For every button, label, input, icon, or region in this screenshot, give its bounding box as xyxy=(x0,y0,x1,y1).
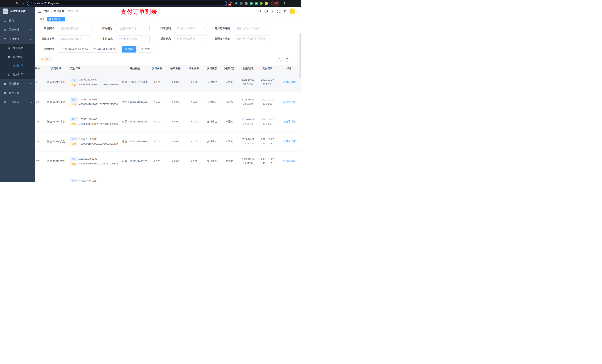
sidebar-item-system[interactable]: ⚙ 系统管理 xyxy=(0,25,35,34)
view-detail-link[interactable]: 查看详情 xyxy=(283,120,296,123)
vue-devtools-icon[interactable]: V xyxy=(249,2,253,5)
search-button[interactable]: 搜索 xyxy=(122,46,136,52)
col-fee: 手续金额 xyxy=(166,65,185,72)
search-icon xyxy=(125,48,127,51)
card-icon: ▤ xyxy=(7,46,11,50)
sidebar-item-payment[interactable]: ¥ 支付管理 xyxy=(0,34,35,44)
sidebar-item-home[interactable]: ◴ 首页 xyxy=(0,16,35,25)
search-icon[interactable] xyxy=(258,10,261,13)
content-header: 首页 / 支付管理 / 支付订单 支付订单列表 ? TT xyxy=(35,7,301,16)
toggle-search-icon[interactable] xyxy=(277,57,282,62)
refund-status-filter-select[interactable]: 请选择退款状态 xyxy=(174,35,208,42)
back-icon[interactable]: ← xyxy=(2,1,7,6)
breadcrumb-payment[interactable]: 支付管理 xyxy=(54,10,64,13)
sidebar-item-refund-order[interactable]: ▥ 退款订单 xyxy=(0,70,35,79)
chevron-down-icon xyxy=(145,27,147,29)
url-text: localhost:1024/pay/order xyxy=(33,2,60,5)
pay-status-filter-label: 支付状态 xyxy=(91,37,116,41)
app-filter-select[interactable]: 请选择应用信息 xyxy=(116,25,150,32)
sidebar-item-merchant-info[interactable]: ▤ 商户信息 xyxy=(0,44,35,52)
table-row: 17 微信 JSAPI 支付 商户1635311468233 支付4200001… xyxy=(35,151,301,171)
hamburger-icon[interactable] xyxy=(38,10,42,13)
reload-icon[interactable]: ↻ xyxy=(14,1,19,6)
app-filter-label: 应用编号 xyxy=(91,27,116,30)
workflow-icon: ≣ xyxy=(3,101,7,104)
extension-droplet-icon[interactable] xyxy=(235,2,238,5)
logo: 芋道管理系统 xyxy=(0,7,35,16)
extensions-cluster: 10 V xyxy=(230,2,268,5)
share-icon[interactable]: ⇧ xyxy=(218,2,220,5)
font-size-icon[interactable]: TT xyxy=(284,10,286,13)
sidebar-item-app-info[interactable]: ▦ 应用信息 xyxy=(0,52,35,62)
refund-status-filter-label: 退款状态 xyxy=(150,37,174,41)
chat-extension-icon[interactable] xyxy=(255,2,258,5)
table-header-row: 编号 支付渠道 支付订单 商品标题 支付金额 手续金额 退款金额 支付状态 回调… xyxy=(35,65,301,72)
merchant-filter-input[interactable] xyxy=(58,25,91,32)
search-icon xyxy=(283,140,285,143)
chevron-down-icon xyxy=(145,37,147,39)
refresh-table-icon[interactable] xyxy=(284,57,290,62)
cell-title: 标题：1635311823086 xyxy=(122,132,148,151)
extension-icon[interactable] xyxy=(245,2,248,5)
merchant-order-no-filter-input[interactable] xyxy=(234,25,269,32)
clock-icon xyxy=(61,48,63,51)
help-icon[interactable]: ? xyxy=(271,10,274,13)
chevron-down-icon[interactable] xyxy=(297,11,298,13)
dashboard-icon: ◴ xyxy=(3,19,7,22)
forward-icon[interactable]: → xyxy=(8,1,13,6)
chevron-down-icon xyxy=(30,29,32,31)
view-detail-link[interactable]: 查看详情 xyxy=(283,140,296,143)
avatar[interactable] xyxy=(290,9,295,14)
chevron-up-icon xyxy=(30,39,32,40)
merchant-order-no-filter-label: 商户订单编号 xyxy=(208,27,234,30)
tab-pay-order[interactable]: 支付订单 × xyxy=(47,17,65,21)
create-time-range-picker[interactable]: 2021-10-01 00:00:00 - 2021-10-31 23:59:5… xyxy=(58,46,119,52)
col-pay-time: 支付时间 xyxy=(258,65,277,72)
channel-code-filter-select[interactable]: 请输入渠道编码 xyxy=(174,25,208,32)
sidebar-item-infrastructure[interactable]: ▣ 基础设施 xyxy=(0,79,35,88)
reset-button[interactable]: 重置 xyxy=(138,46,153,52)
breadcrumb: 首页 / 支付管理 / 支付订单 xyxy=(44,10,78,13)
sidebar-item-pay-order[interactable]: ◎ 支付订单 xyxy=(0,62,35,70)
document-icon: ▥ xyxy=(7,73,11,76)
export-button[interactable]: 导出 xyxy=(39,57,52,62)
col-channel: 支付渠道 xyxy=(46,65,66,72)
home-icon[interactable]: ⌂ xyxy=(21,1,26,6)
sidebar-item-dev-tools[interactable]: ⚒ 研发工具 xyxy=(0,88,35,98)
fullscreen-icon[interactable] xyxy=(277,10,280,13)
extension-icon[interactable] xyxy=(259,2,263,5)
channel-order-no-filter-input[interactable] xyxy=(58,35,91,42)
sidebar-item-workflow[interactable]: ≣ 工作流程 xyxy=(0,98,35,107)
emoji-extension-icon[interactable] xyxy=(265,2,268,5)
extension-icon[interactable] xyxy=(239,2,243,5)
site-info-icon[interactable]: ⓘ xyxy=(30,2,32,5)
sidebar: 芋道管理系统 ◴ 首页 ⚙ 系统管理 ¥ 支付管理 ▤ 商户信息 ▦ 应用信息 xyxy=(0,7,35,182)
cell-pay-order: 商户1635311881440 支付4200001173202110272847… xyxy=(66,112,122,132)
breadcrumb-home[interactable]: 首页 xyxy=(44,10,50,13)
start-date: 2021-10-01 00:00:00 xyxy=(64,48,88,51)
breadcrumb-current: 支付订单 xyxy=(68,10,78,13)
scrollbar[interactable] xyxy=(300,32,301,79)
bookmark-star-icon[interactable]: ☆ xyxy=(222,2,224,5)
tab-home[interactable]: 首页 xyxy=(38,17,46,21)
col-refund: 退款金额 xyxy=(185,65,203,72)
view-detail-link[interactable]: 查看详情 xyxy=(283,81,296,84)
view-detail-link[interactable]: 查看详情 xyxy=(283,100,296,104)
pay-status-filter-select[interactable]: 请选择支付状态 xyxy=(116,35,150,42)
cell-pay-order: 商户1635311468233 支付4200001194202110276752… xyxy=(66,151,122,171)
github-icon[interactable] xyxy=(265,10,268,13)
browser-menu-icon[interactable]: ⋮ xyxy=(283,2,286,5)
close-icon[interactable]: × xyxy=(62,18,63,20)
address-bar[interactable]: ⓘ localhost:1024/pay/order ⇧ ☆ xyxy=(27,1,227,6)
view-detail-link[interactable]: 查看详情 xyxy=(283,160,296,163)
channel-order-no-filter-label: 渠道订单号 xyxy=(39,37,58,41)
table-row: 18 微信 JSAPI 支付 商户1635311823086 支付4200001… xyxy=(35,132,301,151)
grid-icon: ▦ xyxy=(7,55,11,59)
chrome-update-button[interactable]: 更新 xyxy=(271,1,280,6)
extension-grid-icon[interactable]: 10 xyxy=(230,2,233,5)
pay-tag: 支付 xyxy=(70,162,78,166)
active-dot xyxy=(49,18,51,20)
callback-status-filter-select[interactable]: 请选择订单回调商户状态 xyxy=(234,35,269,42)
chevron-down-icon xyxy=(30,92,32,94)
search-icon xyxy=(283,101,285,103)
